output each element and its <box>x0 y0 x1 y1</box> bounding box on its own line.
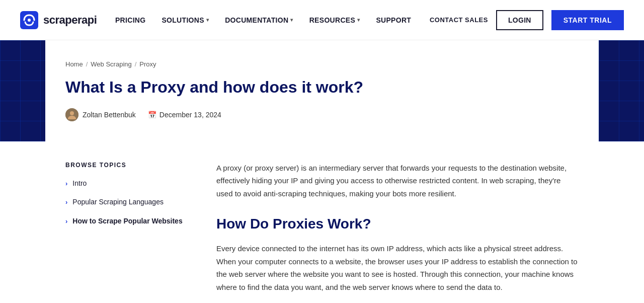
calendar-icon: 📅 <box>148 111 156 119</box>
main-content: A proxy (or proxy server) is an intermed… <box>216 162 579 294</box>
breadcrumb-sep-1: / <box>86 60 88 68</box>
topic-scrape-websites: How to Scrape Popular Websites <box>72 216 182 226</box>
nav-pricing[interactable]: PRICING <box>115 16 145 24</box>
header-actions: CONTACT SALES LOGIN START TRIAL <box>430 10 624 30</box>
nav-documentation[interactable]: DOCUMENTATION ▾ <box>225 16 293 24</box>
logo-icon <box>20 11 38 29</box>
breadcrumb-web-scraping[interactable]: Web Scraping <box>91 60 131 68</box>
chevron-down-icon: ▾ <box>290 17 293 23</box>
contact-sales-button[interactable]: CONTACT SALES <box>430 16 488 24</box>
breadcrumb-proxy: Proxy <box>139 60 156 68</box>
chevron-down-icon: ▾ <box>357 17 360 23</box>
article-title: What Is a Proxy and how does it work? <box>65 77 579 98</box>
svg-point-1 <box>28 19 31 22</box>
article-meta: Zoltan Bettenbuk 📅 December 13, 2024 <box>65 108 579 121</box>
chevron-down-icon: ▾ <box>206 17 209 23</box>
nav-resources[interactable]: RESOURCES ▾ <box>309 16 360 24</box>
hero-inner: Home / Web Scraping / Proxy What Is a Pr… <box>45 40 599 141</box>
list-item[interactable]: › How to Scrape Popular Websites <box>65 216 186 226</box>
login-button[interactable]: LOGIN <box>496 10 543 30</box>
breadcrumb-sep-2: / <box>135 60 137 68</box>
sidebar: BROWSE TOPICS › Intro › Popular Scraping… <box>65 162 186 294</box>
breadcrumb-home[interactable]: Home <box>65 60 83 68</box>
nav-solutions[interactable]: SOLUTIONS ▾ <box>162 16 209 24</box>
content-section: BROWSE TOPICS › Intro › Popular Scraping… <box>45 141 599 303</box>
avatar-image <box>65 108 78 121</box>
chevron-right-icon: › <box>65 217 67 225</box>
main-nav: PRICING SOLUTIONS ▾ DOCUMENTATION ▾ RESO… <box>115 16 411 24</box>
breadcrumb: Home / Web Scraping / Proxy <box>65 60 579 68</box>
topic-intro: Intro <box>72 179 87 189</box>
logo-text: scraperapi <box>43 14 97 27</box>
author-area: Zoltan Bettenbuk <box>65 108 136 121</box>
article-intro: A proxy (or proxy server) is an intermed… <box>216 162 579 200</box>
article-body: Every device connected to the internet h… <box>216 242 579 293</box>
chevron-right-icon: › <box>65 180 67 187</box>
svg-point-3 <box>70 111 74 115</box>
author-name[interactable]: Zoltan Bettenbuk <box>83 111 136 119</box>
hero-section: Home / Web Scraping / Proxy What Is a Pr… <box>0 40 644 141</box>
avatar <box>65 108 78 121</box>
topic-scraping-languages: Popular Scraping Languages <box>72 197 164 207</box>
list-item[interactable]: › Intro <box>65 179 186 189</box>
chevron-right-icon: › <box>65 198 67 206</box>
article-date: December 13, 2024 <box>159 111 221 119</box>
start-trial-button[interactable]: START TRIAL <box>551 10 624 30</box>
logo[interactable]: scraperapi <box>20 11 97 29</box>
browse-topics-label: BROWSE TOPICS <box>65 162 186 169</box>
section-heading: How Do Proxies Work? <box>216 216 579 232</box>
list-item[interactable]: › Popular Scraping Languages <box>65 197 186 207</box>
date-area: 📅 December 13, 2024 <box>148 111 221 119</box>
header: scraperapi PRICING SOLUTIONS ▾ DOCUMENTA… <box>0 0 644 40</box>
nav-support[interactable]: SUPPORT <box>376 16 411 24</box>
